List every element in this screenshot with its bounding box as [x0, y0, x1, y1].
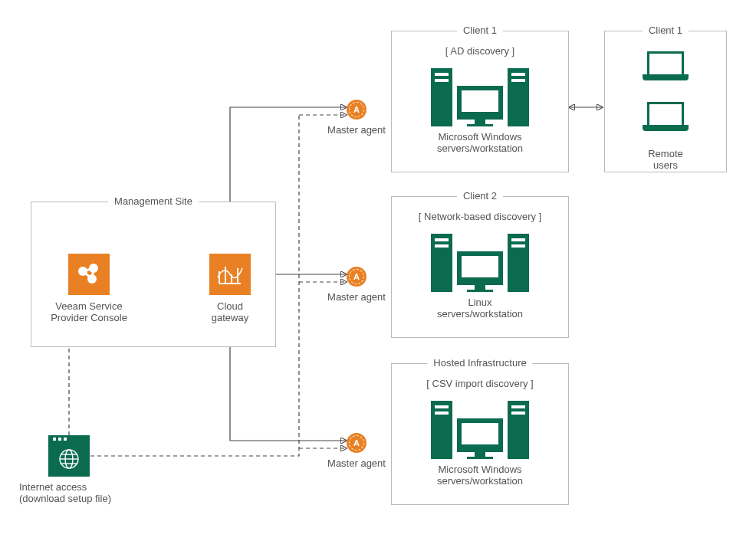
internet-label: Internet access (download setup file): [19, 481, 142, 504]
group-title: Client 1: [457, 25, 503, 36]
discovery-method: [ AD discovery ]: [445, 45, 514, 57]
group-client2: Client 2 [ Network-based discovery ] Lin…: [391, 196, 569, 338]
windows-servers-icon: [431, 401, 529, 459]
master-agent-icon: A: [347, 267, 366, 287]
group-title: Client 2: [457, 190, 503, 202]
group-hosted: Hosted Infrastructure [ CSV import disco…: [391, 363, 569, 505]
remote-users-label: Remote users: [636, 148, 696, 171]
group-title: Management Site: [108, 195, 199, 207]
cloud-gateway-label: Cloud gateway: [212, 300, 248, 323]
discovery-method: [ Network-based discovery ]: [419, 211, 541, 222]
internet-icon: [48, 435, 90, 477]
windows-servers-icon: [431, 68, 529, 126]
workload-label: Linux servers/workstation: [437, 297, 523, 320]
master-agent-icon: A: [347, 433, 366, 453]
group-client1-remote: Client 1 Remote users: [604, 31, 727, 172]
cloud-gateway-icon: [209, 254, 251, 295]
workload-label: Microsoft Windows servers/workstation: [437, 464, 523, 487]
vspc-icon: [68, 254, 110, 295]
group-management-site: Management Site Veeam Service Provider C…: [31, 202, 276, 347]
linux-servers-icon: [431, 234, 529, 292]
architecture-diagram: Management Site Veeam Service Provider C…: [0, 0, 756, 541]
master-agent-label: Master agent: [314, 124, 399, 136]
master-agent-label: Master agent: [314, 291, 399, 303]
workload-label: Microsoft Windows servers/workstation: [437, 131, 523, 154]
group-title: Hosted Infrastructure: [427, 357, 532, 369]
group-title: Client 1: [643, 25, 689, 36]
master-agent-label: Master agent: [314, 457, 399, 469]
vspc-label: Veeam Service Provider Console: [51, 300, 127, 323]
discovery-method: [ CSV import discovery ]: [426, 378, 533, 389]
master-agent-icon: A: [347, 100, 366, 120]
remote-laptops-icon: [643, 51, 689, 136]
group-client1: Client 1 [ AD discovery ] Microsoft Wind…: [391, 31, 569, 172]
